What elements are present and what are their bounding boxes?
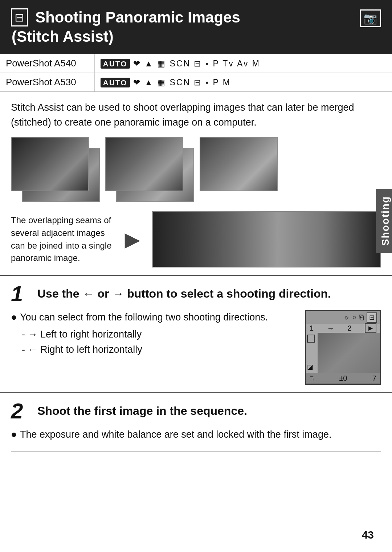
pano-bottom-row: The overlapping seams of several adjacen… xyxy=(11,211,381,267)
lcd-left-panel: ◪ xyxy=(306,333,318,373)
step2-bullet1-text: The exposure and white balance are set a… xyxy=(20,427,332,442)
step2-section: 2 Shoot the first image in the sequence.… xyxy=(0,392,392,451)
lcd-bottom-bar: ℸ ±0 7 xyxy=(306,373,380,384)
lcd-image-area xyxy=(318,333,380,373)
title-line1: Shooting Panoramic Images xyxy=(35,8,240,27)
step1-title-pre: Use the xyxy=(37,287,79,300)
sidebar-label: Shooting xyxy=(380,196,391,246)
page-container: ⊟ Shooting Panoramic Images (Stitch Assi… xyxy=(0,0,392,552)
description-text: Stitch Assist can be used to shoot overl… xyxy=(0,92,392,133)
lcd-num-bar: 1 → 2 ► xyxy=(306,324,380,333)
step1-title-post: button to select a shooting direction. xyxy=(127,287,331,300)
left-arrow-icon: ← xyxy=(82,287,97,300)
pano-top-row xyxy=(11,137,381,206)
pano-mid-stack xyxy=(105,137,196,206)
step2-title: Shoot the first image in the sequence. xyxy=(37,400,247,419)
lcd-square-icon xyxy=(307,335,315,343)
lcd-right-nav: ► xyxy=(365,323,376,333)
lcd-num2: 2 xyxy=(347,324,351,332)
step1-section: 1 Use the ← or → button to select a shoo… xyxy=(0,275,392,392)
divider-3 xyxy=(11,451,381,452)
model-a530: PowerShot A530 xyxy=(0,73,94,92)
pano-caption: The overlapping seams of several adjacen… xyxy=(11,214,113,265)
lcd-bottom-icon-l: ℸ xyxy=(310,374,314,382)
step2-header: 2 Shoot the first image in the sequence. xyxy=(11,400,381,422)
pano-left-stack xyxy=(11,137,102,206)
step1-number: 1 xyxy=(11,283,31,305)
mode-icons-a530: ❤ ▲ ▦ SCN ⊟ ▪ P M xyxy=(133,78,231,87)
lcd-num1: 1 xyxy=(310,324,314,332)
pano-img-front xyxy=(11,137,89,191)
lcd-bottom-icon: ◪ xyxy=(307,363,317,371)
step2-text: ● The exposure and white balance are set… xyxy=(11,427,381,442)
pano-result-image xyxy=(152,211,381,267)
mode-table: PowerShot A540 AUTO ❤ ▲ ▦ SCN ⊟ ▪ P Tv A… xyxy=(0,54,392,92)
step1-text: ● You can select from the following two … xyxy=(11,310,298,358)
lcd-zoom: 7 xyxy=(372,374,376,383)
stitch-icon: ⊟ xyxy=(11,8,28,26)
step2-number: 2 xyxy=(11,400,31,422)
step1-bullet1-text: You can select from the following two sh… xyxy=(20,310,268,325)
header-section: ⊟ Shooting Panoramic Images (Stitch Assi… xyxy=(0,0,392,54)
camera-icon: 📷 xyxy=(360,9,381,27)
step1-content: ● You can select from the following two … xyxy=(11,310,381,385)
pano-img-right xyxy=(200,137,278,191)
bullet-dot-2: ● xyxy=(11,427,17,441)
page-number: 43 xyxy=(362,529,374,541)
step1-sub2: - ← Right to left horizontally xyxy=(22,342,298,357)
step1-sub1: - → Left to right horizontally xyxy=(22,327,298,342)
lcd-main-area: ◪ xyxy=(306,333,380,373)
lcd-arrow-indicator: → xyxy=(327,324,334,332)
arrow-right-icon: ► xyxy=(120,225,145,254)
right-arrow-icon: → xyxy=(112,287,127,300)
auto-icon2: AUTO xyxy=(101,78,130,87)
lcd-icon2: ○ xyxy=(352,314,356,321)
pano-demo: The overlapping seams of several adjacen… xyxy=(0,133,392,275)
step1-bullet1: ● You can select from the following two … xyxy=(11,310,298,325)
header-title: ⊟ Shooting Panoramic Images (Stitch Assi… xyxy=(11,8,240,46)
step1-title: Use the ← or → button to select a shooti… xyxy=(37,283,331,302)
model-a540: PowerShot A540 xyxy=(0,54,94,73)
step2-bullet1: ● The exposure and white balance are set… xyxy=(11,427,381,442)
sidebar-tab: Shooting xyxy=(376,189,392,253)
auto-icon: AUTO xyxy=(101,59,130,69)
title-line2: (Stitch Assist) xyxy=(12,28,114,45)
lcd-icon3: ⎗ xyxy=(359,313,364,322)
lcd-exposure: ±0 xyxy=(339,374,347,383)
step1-header: 1 Use the ← or → button to select a shoo… xyxy=(11,283,381,305)
step1-title-or: or xyxy=(97,287,109,300)
pano-img-mid-front xyxy=(105,137,183,191)
mode-icons-a540: ❤ ▲ ▦ SCN ⊟ ▪ P Tv Av M xyxy=(133,59,260,68)
modes-a540: AUTO ❤ ▲ ▦ SCN ⊟ ▪ P Tv Av M xyxy=(94,54,392,73)
mode-row-a540: PowerShot A540 AUTO ❤ ▲ ▦ SCN ⊟ ▪ P Tv A… xyxy=(0,54,392,73)
lcd-stitch-icon: ⊟ xyxy=(367,312,377,323)
lcd-top-bar: ☼ ○ ⎗ ⊟ xyxy=(306,311,380,324)
camera-lcd: ☼ ○ ⎗ ⊟ 1 → 2 ► ◪ xyxy=(305,310,381,385)
bullet-dot-1: ● xyxy=(11,310,17,324)
modes-a530: AUTO ❤ ▲ ▦ SCN ⊟ ▪ P M xyxy=(94,73,392,92)
lcd-icon1: ☼ xyxy=(344,314,350,321)
step1-sublist: - → Left to right horizontally - ← Right… xyxy=(22,327,298,357)
mode-row-a530: PowerShot A530 AUTO ❤ ▲ ▦ SCN ⊟ ▪ P M xyxy=(0,73,392,92)
